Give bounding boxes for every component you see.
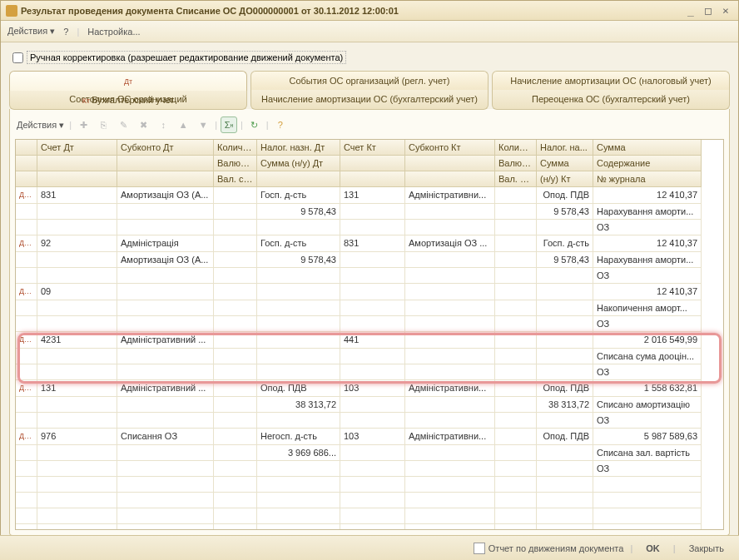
table-cell[interactable] <box>214 380 257 397</box>
table-cell[interactable]: 9 578,43 <box>257 204 340 220</box>
column-header[interactable] <box>340 156 405 171</box>
table-cell[interactable] <box>593 493 702 508</box>
table-cell[interactable] <box>257 332 340 349</box>
column-header[interactable]: Валюта... <box>495 156 537 171</box>
table-cell[interactable]: 103 <box>340 429 405 445</box>
move-up-icon[interactable]: ▲ <box>175 116 191 133</box>
table-cell[interactable]: 09 <box>37 284 117 300</box>
toolbar-actions[interactable]: Действия ▾ <box>15 120 66 131</box>
table-cell[interactable]: 12 410,37 <box>593 187 702 204</box>
column-header[interactable]: Количе... <box>214 140 257 156</box>
table-cell[interactable] <box>117 349 214 364</box>
table-cell[interactable] <box>37 349 117 364</box>
table-cell[interactable] <box>16 413 37 429</box>
table-cell[interactable] <box>37 252 117 268</box>
help-icon[interactable]: ? <box>272 116 289 133</box>
table-cell[interactable] <box>537 268 593 284</box>
table-cell[interactable] <box>16 300 37 316</box>
table-cell[interactable] <box>117 204 214 220</box>
table-cell[interactable] <box>16 493 37 508</box>
column-header[interactable] <box>117 156 214 171</box>
table-cell[interactable] <box>405 413 495 429</box>
table-cell[interactable] <box>495 316 537 332</box>
table-cell[interactable] <box>340 461 405 477</box>
table-cell[interactable] <box>495 300 537 316</box>
table-cell[interactable] <box>214 204 257 220</box>
table-cell[interactable] <box>340 349 405 364</box>
table-cell[interactable] <box>214 429 257 445</box>
table-cell[interactable] <box>257 364 340 380</box>
table-cell[interactable]: Опод. ПДВ <box>537 429 593 445</box>
table-cell[interactable] <box>405 268 495 284</box>
table-cell[interactable] <box>495 461 537 477</box>
table-cell[interactable] <box>214 461 257 477</box>
table-cell[interactable] <box>214 397 257 413</box>
table-cell[interactable] <box>405 397 495 413</box>
table-cell[interactable]: Дт Кт <box>16 380 37 397</box>
table-cell[interactable] <box>257 300 340 316</box>
table-cell[interactable] <box>537 349 593 364</box>
table-cell[interactable] <box>37 204 117 220</box>
table-cell[interactable] <box>537 461 593 477</box>
table-cell[interactable] <box>340 316 405 332</box>
table-cell[interactable] <box>257 268 340 284</box>
column-header[interactable]: Субконто Дт <box>117 140 214 156</box>
table-cell[interactable]: 831 <box>340 235 405 252</box>
table-cell[interactable] <box>495 364 537 380</box>
column-header[interactable]: Счет Кт <box>340 140 405 156</box>
table-cell[interactable]: 976 <box>37 429 117 445</box>
tab-os-events[interactable]: События ОС организаций (регл. учет) <box>250 71 489 91</box>
table-cell[interactable] <box>495 349 537 364</box>
column-header[interactable]: Сумма <box>593 140 702 156</box>
table-cell[interactable] <box>37 397 117 413</box>
table-cell[interactable] <box>117 524 214 530</box>
table-cell[interactable]: 38 313,72 <box>537 397 593 413</box>
table-cell[interactable]: ОЗ <box>593 220 702 235</box>
table-cell[interactable] <box>214 364 257 380</box>
add-icon[interactable]: ✚ <box>75 116 92 133</box>
table-cell[interactable] <box>257 316 340 332</box>
table-cell[interactable]: Амортизація ОЗ (А... <box>117 187 214 204</box>
table-cell[interactable] <box>37 461 117 477</box>
table-cell[interactable]: 103 <box>340 380 405 397</box>
table-cell[interactable]: Списана сума дооцін... <box>593 349 702 364</box>
table-cell[interactable]: ОЗ <box>593 413 702 429</box>
copy-icon[interactable]: ⎘ <box>95 116 112 133</box>
menu-settings[interactable]: Настройка... <box>87 27 140 37</box>
column-header[interactable] <box>16 171 37 187</box>
column-header[interactable]: Налог. назн. Дт <box>257 140 340 156</box>
table-cell[interactable] <box>117 445 214 461</box>
table-cell[interactable] <box>214 268 257 284</box>
table-cell[interactable]: Нарахування аморти... <box>593 252 702 268</box>
table-cell[interactable]: Госп. д-сть <box>257 187 340 204</box>
table-cell[interactable] <box>16 316 37 332</box>
table-cell[interactable]: Адміністративни... <box>405 380 495 397</box>
table-cell[interactable] <box>405 300 495 316</box>
table-cell[interactable] <box>340 413 405 429</box>
table-cell[interactable] <box>37 300 117 316</box>
table-cell[interactable]: ОЗ <box>593 316 702 332</box>
menu-actions[interactable]: Действия ▾ <box>7 26 55 37</box>
table-cell[interactable] <box>37 524 117 530</box>
table-cell[interactable] <box>405 252 495 268</box>
table-cell[interactable]: Адміністративний ... <box>117 380 214 397</box>
table-cell[interactable]: Адміністративний ... <box>117 332 214 349</box>
maximize-button[interactable]: □ <box>701 4 716 17</box>
table-cell[interactable]: Дт Кт <box>16 235 37 252</box>
table-cell[interactable]: Дт Кт <box>16 284 37 300</box>
column-header[interactable] <box>37 156 117 171</box>
table-cell[interactable] <box>537 493 593 508</box>
table-cell[interactable] <box>537 445 593 461</box>
table-cell[interactable]: Нарахування аморти... <box>593 204 702 220</box>
table-cell[interactable] <box>340 300 405 316</box>
table-cell[interactable] <box>495 493 537 508</box>
table-cell[interactable] <box>37 220 117 235</box>
table-cell[interactable] <box>340 252 405 268</box>
table-cell[interactable] <box>537 220 593 235</box>
table-cell[interactable] <box>405 220 495 235</box>
table-cell[interactable] <box>537 413 593 429</box>
table-cell[interactable] <box>37 316 117 332</box>
table-cell[interactable]: Списана зал. вартість <box>593 445 702 461</box>
table-cell[interactable] <box>214 413 257 429</box>
manual-correction-checkbox[interactable] <box>12 52 23 63</box>
